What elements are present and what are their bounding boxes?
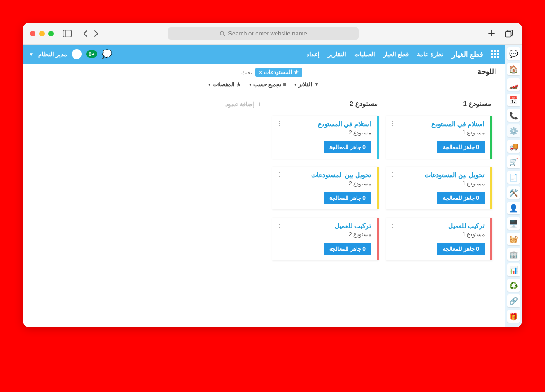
favorites-button[interactable]: ★المفضلات▾ bbox=[208, 81, 241, 88]
rail-gear-icon[interactable]: ⚙️ bbox=[507, 124, 520, 137]
svg-rect-9 bbox=[494, 50, 496, 52]
user-name[interactable]: مدير النظام bbox=[38, 51, 67, 58]
rail-monitor-icon[interactable]: 🖥️ bbox=[507, 217, 520, 230]
card-subtitle: مستودع 2 bbox=[278, 180, 371, 187]
rail-basket-icon[interactable]: 🧺 bbox=[507, 233, 520, 245]
add-column-area: + إضافة عمود bbox=[155, 97, 269, 312]
card-menu-icon[interactable]: ⋮ bbox=[390, 221, 396, 228]
column-title: مستودع 1 bbox=[386, 97, 492, 110]
card-title: استلام في المستودع bbox=[391, 120, 485, 128]
card-subtitle: مستودع 2 bbox=[278, 231, 371, 238]
rail-calendar-icon[interactable]: 📅 bbox=[507, 94, 520, 106]
card-menu-icon[interactable]: ⋮ bbox=[276, 170, 282, 178]
sidebar-toggle-icon[interactable] bbox=[61, 28, 74, 39]
card-subtitle: مستودع 2 bbox=[278, 129, 371, 136]
card-title: تحويل بين المستودعات bbox=[391, 171, 485, 179]
nav-setup[interactable]: إعداد bbox=[307, 51, 320, 58]
kanban-card[interactable]: ⋮ تركيب للعميل مستودع 2 0 جاهز للمعالجة bbox=[272, 218, 379, 260]
star-icon: ★ bbox=[294, 69, 299, 75]
forward-icon[interactable] bbox=[92, 29, 101, 39]
rail-tool-icon[interactable]: 🛠️ bbox=[507, 186, 520, 199]
user-menu-caret-icon[interactable]: ▼ bbox=[29, 52, 34, 57]
main-area: قطع الغيار نظرة عامة قطع الغيار العمليات… bbox=[23, 45, 505, 327]
search-input[interactable] bbox=[225, 69, 253, 76]
column-title: مستودع 2 bbox=[272, 97, 379, 110]
svg-point-2 bbox=[220, 31, 224, 35]
rail-cart-icon[interactable]: 🛒 bbox=[507, 155, 520, 168]
card-badge[interactable]: 0 جاهز للمعالجة bbox=[437, 141, 485, 153]
rail-home-icon[interactable]: 🏠 bbox=[507, 63, 520, 75]
card-title: تركيب للعميل bbox=[278, 222, 371, 229]
rail-doc-icon[interactable]: 📄 bbox=[507, 171, 520, 184]
rail-recycle-icon[interactable]: ♻️ bbox=[507, 279, 520, 292]
add-column-button[interactable]: + إضافة عمود bbox=[159, 97, 265, 111]
nav-overview[interactable]: نظرة عامة bbox=[417, 51, 444, 58]
chip-remove-icon[interactable]: x bbox=[259, 69, 262, 75]
chat-icon[interactable]: 💭 bbox=[102, 49, 112, 59]
rail-truck-icon[interactable]: 🚚 bbox=[507, 140, 520, 153]
card-menu-icon[interactable]: ⋮ bbox=[390, 119, 396, 127]
maximize-window-icon[interactable] bbox=[48, 31, 54, 36]
kanban-board: مستودع 1 ⋮ استلام في المستودع مستودع 1 0… bbox=[23, 89, 505, 326]
address-placeholder: Search or enter website name bbox=[228, 30, 307, 37]
address-bar[interactable]: Search or enter website name bbox=[168, 27, 359, 40]
rail-gift-icon[interactable]: 🎁 bbox=[507, 310, 520, 323]
svg-rect-16 bbox=[497, 56, 499, 58]
card-menu-icon[interactable]: ⋮ bbox=[276, 221, 282, 228]
card-title: تحويل بين المستودعات bbox=[278, 171, 371, 179]
card-menu-icon[interactable]: ⋮ bbox=[276, 119, 282, 127]
device-frame: Search or enter website name 💬 🏠 🏎️ 📅 📞 … bbox=[14, 14, 531, 336]
star-icon: ★ bbox=[236, 81, 241, 88]
app-topbar: قطع الغيار نظرة عامة قطع الغيار العمليات… bbox=[23, 45, 505, 64]
kanban-card[interactable]: ⋮ استلام في المستودع مستودع 2 0 جاهز للم… bbox=[272, 116, 379, 159]
kanban-card[interactable]: ⋮ استلام في المستودع مستودع 1 0 جاهز للم… bbox=[386, 116, 492, 159]
card-subtitle: مستودع 1 bbox=[391, 231, 485, 238]
browser-nav bbox=[81, 29, 101, 39]
back-icon[interactable] bbox=[81, 29, 90, 39]
kanban-column: مستودع 2 ⋮ استلام في المستودع مستودع 2 0… bbox=[269, 97, 382, 312]
filters-button[interactable]: ▼الفلاتر▾ bbox=[294, 81, 319, 88]
rail-user-icon[interactable]: 👤 bbox=[507, 202, 520, 214]
rail-building-icon[interactable]: 🏢 bbox=[507, 248, 520, 261]
svg-rect-11 bbox=[491, 53, 493, 55]
nav-ops[interactable]: العمليات bbox=[354, 51, 375, 58]
card-badge[interactable]: 0 جاهز للمعالجة bbox=[437, 192, 485, 204]
rail-phone-icon[interactable]: 📞 bbox=[507, 109, 520, 122]
kanban-card[interactable]: ⋮ تركيب للعميل مستودع 1 0 جاهز للمعالجة bbox=[386, 218, 492, 260]
nav-parts[interactable]: قطع الغيار bbox=[383, 51, 409, 58]
browser-toolbar: Search or enter website name bbox=[23, 23, 522, 45]
rail-car-icon[interactable]: 🏎️ bbox=[507, 78, 520, 91]
card-badge[interactable]: 0 جاهز للمعالجة bbox=[324, 192, 371, 204]
search-chip[interactable]: ★ المستودعات x bbox=[255, 68, 302, 77]
card-title: استلام في المستودع bbox=[278, 120, 371, 128]
card-badge[interactable]: 0 جاهز للمعالجة bbox=[324, 243, 371, 255]
tabs-icon[interactable] bbox=[503, 28, 515, 40]
sidebar-rail: 💬 🏠 🏎️ 📅 📞 ⚙️ 🚚 🛒 📄 🛠️ 👤 🖥️ 🧺 🏢 📊 ♻️ 🔗 🎁 bbox=[505, 45, 522, 327]
avatar[interactable] bbox=[72, 49, 82, 59]
card-badge[interactable]: 0 جاهز للمعالجة bbox=[437, 243, 485, 255]
card-menu-icon[interactable]: ⋮ bbox=[390, 170, 396, 178]
rail-report-icon[interactable]: 📊 bbox=[507, 263, 520, 276]
kanban-card[interactable]: ⋮ تحويل بين المستودعات مستودع 1 0 جاهز ل… bbox=[386, 167, 492, 209]
user-area: 💭 +0 مدير النظام ▼ bbox=[29, 49, 112, 59]
rail-comment-icon[interactable]: 💬 bbox=[507, 47, 520, 60]
rail-link-icon[interactable]: 🔗 bbox=[507, 294, 520, 307]
notif-badge[interactable]: +0 bbox=[86, 50, 98, 58]
kanban-card[interactable]: ⋮ تحويل بين المستودعات مستودع 2 0 جاهز ل… bbox=[272, 167, 379, 209]
close-window-icon[interactable] bbox=[30, 31, 35, 36]
search-row: ★ المستودعات x bbox=[32, 68, 496, 77]
kanban-column: مستودع 1 ⋮ استلام في المستودع مستودع 1 0… bbox=[382, 97, 496, 312]
minimize-window-icon[interactable] bbox=[39, 31, 45, 36]
card-badge[interactable]: 0 جاهز للمعالجة bbox=[324, 141, 371, 153]
apps-grid-icon[interactable] bbox=[491, 50, 499, 58]
svg-rect-0 bbox=[63, 30, 72, 37]
browser-actions bbox=[486, 28, 515, 40]
svg-rect-14 bbox=[491, 56, 493, 58]
new-tab-icon[interactable] bbox=[486, 28, 497, 40]
groupby-button[interactable]: ≡تجميع حسب▾ bbox=[249, 81, 286, 88]
nav-reports[interactable]: التقارير bbox=[328, 51, 346, 58]
funnel-icon: ▼ bbox=[314, 81, 319, 88]
filter-row: ▼الفلاتر▾ ≡تجميع حسب▾ ★المفضلات▾ bbox=[32, 81, 496, 88]
svg-rect-13 bbox=[497, 53, 499, 55]
svg-rect-10 bbox=[497, 50, 499, 52]
